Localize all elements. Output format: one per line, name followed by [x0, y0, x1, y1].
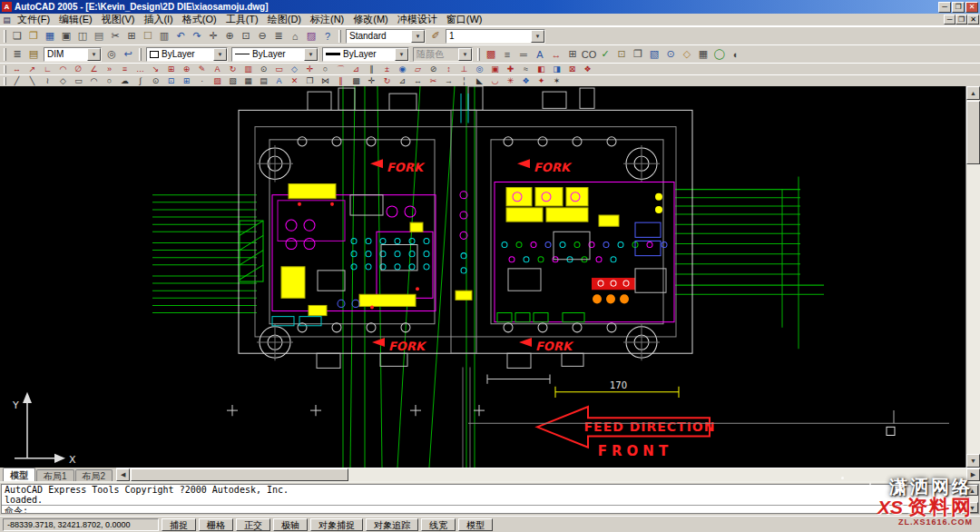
dim-edit-icon[interactable]: ✎ — [194, 64, 210, 74]
menu-format[interactable]: 格式(O) — [178, 13, 221, 26]
spline-icon[interactable]: ∫ — [132, 75, 148, 86]
die-design-tool-icon[interactable]: ◉ — [395, 64, 410, 74]
die-design-tool-icon[interactable]: ⌒ — [333, 64, 348, 74]
die-design-tool-icon[interactable]: ❖ — [518, 75, 534, 86]
dim-angular-icon[interactable]: ∠ — [86, 64, 102, 74]
die-design-tool-icon[interactable]: ◇ — [287, 64, 302, 74]
lineweight-combo[interactable]: ByLayer ▼ — [322, 47, 409, 62]
chevron-down-icon[interactable]: ▼ — [87, 48, 101, 61]
match-properties-icon[interactable]: ✐ — [427, 28, 444, 44]
menu-tools[interactable]: 工具(T) — [221, 13, 263, 26]
tab-layout1[interactable]: 布局1 — [36, 469, 74, 481]
color-control-icon[interactable]: ▩ — [483, 46, 499, 62]
gradient-icon[interactable]: ▧ — [225, 75, 240, 86]
scroll-right-icon[interactable]: ▶ — [966, 468, 980, 481]
tab-layout2[interactable]: 布局2 — [75, 469, 113, 481]
extend-icon[interactable]: → — [441, 75, 456, 86]
stretch-icon[interactable]: ↔ — [410, 75, 426, 86]
osnap-settings-icon[interactable]: ◇ — [679, 46, 695, 62]
chevron-down-icon[interactable]: ▼ — [531, 30, 544, 43]
chevron-down-icon[interactable]: ▼ — [395, 48, 408, 61]
text-style-icon[interactable]: A — [532, 46, 548, 62]
die-design-tool-icon[interactable]: ▣ — [487, 64, 503, 74]
zoom-window-icon[interactable]: ⊡ — [238, 28, 254, 44]
dim-continue-icon[interactable]: … — [132, 64, 148, 74]
chamfer-icon[interactable]: ◣ — [472, 75, 487, 86]
vertical-scrollbar[interactable]: ▲ ▼ — [965, 86, 980, 468]
polyline-icon[interactable]: ≀ — [40, 75, 55, 86]
dimension-style-icon[interactable]: ↔ — [548, 46, 564, 62]
zoom-previous-icon[interactable]: ⊖ — [254, 28, 270, 44]
text-icon[interactable]: A — [271, 75, 287, 86]
osnap-toggle-button[interactable]: 对象捕捉 — [310, 518, 363, 531]
grid-toggle-button[interactable]: 栅格 — [199, 518, 233, 531]
block-editor-icon[interactable]: ⊡ — [613, 46, 630, 62]
minimize-button[interactable]: ─ — [938, 2, 951, 13]
fillet-icon[interactable]: ◡ — [487, 75, 503, 86]
region-icon[interactable]: ▦ — [240, 75, 256, 86]
die-design-tool-icon[interactable]: ✚ — [503, 64, 518, 74]
die-design-tool-icon[interactable]: ✶ — [549, 75, 564, 86]
die-design-tool-icon[interactable]: ❖ — [580, 64, 595, 74]
menu-dimension[interactable]: 标注(N) — [306, 13, 348, 26]
render-icon[interactable]: ◐ — [728, 46, 744, 62]
sheetset-icon[interactable]: ▥ — [156, 28, 172, 44]
ellipse-icon[interactable]: ⊙ — [148, 75, 163, 86]
horizontal-scroll-thumb[interactable] — [131, 468, 348, 481]
save-icon[interactable]: ▦ — [42, 28, 58, 44]
menu-insert[interactable]: 插入(I) — [139, 13, 177, 26]
quick-dimension-icon[interactable]: » — [102, 64, 117, 74]
array-icon[interactable]: ▩ — [348, 75, 364, 86]
move-icon[interactable]: ✛ — [364, 75, 379, 86]
die-design-tool-icon[interactable]: ▭ — [271, 64, 287, 74]
ortho-toggle-button[interactable]: 正交 — [236, 518, 270, 531]
dim-linear-icon[interactable]: ↔ — [9, 64, 24, 74]
center-mark-icon[interactable]: ⊕ — [179, 64, 194, 74]
toolbar-grip[interactable] — [4, 30, 6, 43]
designcenter-icon[interactable]: ⌂ — [287, 28, 303, 44]
dim-text-edit-icon[interactable]: A — [210, 64, 225, 74]
dim-baseline-icon[interactable]: ≡ — [117, 64, 132, 74]
otrack-toggle-button[interactable]: 对象追踪 — [366, 518, 418, 531]
image-attach-icon[interactable]: ▧ — [646, 46, 662, 62]
snap-toggle-button[interactable]: 捕捉 — [162, 518, 196, 531]
redo-icon[interactable]: ↷ — [189, 28, 205, 44]
help-icon[interactable]: ? — [319, 28, 336, 44]
die-design-tool-icon[interactable]: ⊘ — [426, 64, 441, 74]
offset-icon[interactable]: ∥ — [333, 75, 348, 86]
break-icon[interactable]: ¦ — [456, 75, 472, 86]
tolerance-icon[interactable]: ⊞ — [163, 64, 179, 74]
toolbar-grip[interactable] — [4, 48, 6, 61]
rectangle-icon[interactable]: ▭ — [71, 75, 86, 86]
explode-icon[interactable]: ✳ — [503, 75, 518, 86]
make-object-layer-icon[interactable]: ◎ — [103, 46, 120, 62]
die-design-tool-icon[interactable]: ± — [379, 64, 395, 74]
erase-icon[interactable]: ✕ — [287, 75, 302, 86]
copy-object-icon[interactable]: ❐ — [302, 75, 318, 86]
orbit-icon[interactable]: ◯ — [711, 46, 728, 62]
menu-file[interactable]: 文件(F) — [13, 13, 54, 26]
die-design-tool-icon[interactable]: ◧ — [534, 64, 549, 74]
cut-icon[interactable]: ✂ — [107, 28, 123, 44]
point-icon[interactable]: ∙ — [194, 75, 210, 86]
dim-ordinate-icon[interactable]: ∟ — [40, 64, 55, 74]
table-style-icon[interactable]: ⊞ — [564, 46, 581, 62]
text-style-combo[interactable]: Standard ▼ — [346, 29, 426, 44]
pan-icon[interactable]: ✛ — [205, 28, 221, 44]
toolbar-grip[interactable] — [477, 48, 480, 61]
scroll-down-icon[interactable]: ▼ — [966, 502, 978, 513]
die-design-tool-icon[interactable]: ↕ — [441, 64, 456, 74]
die-design-tool-icon[interactable]: ◨ — [549, 64, 564, 74]
properties-icon[interactable]: ≣ — [270, 28, 287, 44]
construction-line-icon[interactable]: ╲ — [24, 75, 40, 86]
menu-die-design[interactable]: 冲模设计 — [393, 13, 442, 26]
menu-view[interactable]: 视图(V) — [97, 13, 140, 26]
publish-icon[interactable]: ▤ — [91, 28, 107, 44]
die-design-tool-icon[interactable]: ✦ — [534, 75, 549, 86]
undo-icon[interactable]: ↶ — [172, 28, 189, 44]
circle-icon[interactable]: ○ — [102, 75, 117, 86]
menu-edit[interactable]: 编辑(E) — [54, 13, 97, 26]
quick-leader-icon[interactable]: ↘ — [148, 64, 163, 74]
polar-toggle-button[interactable]: 极轴 — [273, 518, 308, 531]
dim-style-icon[interactable]: ▥ — [240, 64, 256, 74]
